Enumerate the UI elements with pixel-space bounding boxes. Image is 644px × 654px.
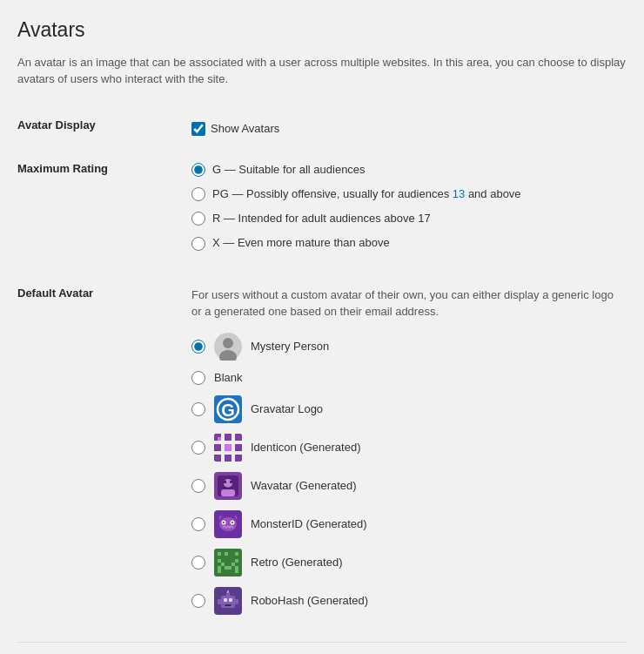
svg-rect-14 bbox=[214, 455, 221, 462]
avatar-gravatar-option: G Gravatar Logo bbox=[191, 395, 627, 423]
wavatar-icon bbox=[214, 472, 242, 500]
svg-rect-13 bbox=[225, 444, 231, 451]
svg-rect-12 bbox=[218, 437, 221, 441]
gravatar-logo-icon: G bbox=[214, 395, 242, 423]
svg-rect-38 bbox=[225, 566, 228, 570]
rating-r-radio[interactable] bbox=[191, 212, 205, 226]
svg-rect-21 bbox=[224, 481, 226, 483]
avatar-monsterid-label: MonsterID (Generated) bbox=[251, 517, 367, 530]
svg-rect-16 bbox=[235, 455, 242, 462]
avatar-display-label: Avatar Display bbox=[17, 105, 191, 149]
svg-rect-49 bbox=[227, 590, 229, 593]
rating-x-option: X — Even more mature than above bbox=[191, 235, 627, 251]
maximum-rating-row: Maximum Rating G — Suitable for all audi… bbox=[17, 149, 627, 273]
svg-rect-35 bbox=[221, 563, 225, 566]
avatar-display-row: Avatar Display Show Avatars bbox=[17, 105, 627, 149]
svg-rect-47 bbox=[225, 604, 231, 606]
rating-pg-option: PG — Possibly offensive, usually for aud… bbox=[191, 186, 627, 202]
default-avatar-cell: For users without a custom avatar of the… bbox=[191, 273, 627, 638]
mystery-person-icon bbox=[214, 333, 242, 361]
avatar-blank-radio[interactable] bbox=[191, 371, 205, 385]
avatar-retro-radio[interactable] bbox=[191, 556, 205, 570]
show-avatars-wrap: Show Avatars bbox=[191, 122, 627, 136]
avatar-identicon-radio[interactable] bbox=[191, 441, 205, 455]
avatar-mystery-radio[interactable] bbox=[191, 340, 205, 354]
rating-x-radio[interactable] bbox=[191, 237, 205, 251]
rating-pg-radio[interactable] bbox=[191, 187, 205, 201]
avatar-display-cell: Show Avatars bbox=[191, 105, 627, 149]
svg-rect-37 bbox=[218, 566, 221, 570]
svg-point-1 bbox=[223, 338, 233, 348]
avatar-gravatar-radio[interactable] bbox=[191, 402, 205, 416]
avatar-monsterid-option: MonsterID (Generated) bbox=[191, 510, 627, 538]
default-avatar-description: For users without a custom avatar of the… bbox=[191, 287, 627, 320]
svg-rect-45 bbox=[224, 598, 227, 602]
avatar-robohash-option: RoboHash (Generated) bbox=[191, 587, 627, 615]
avatar-identicon-label: Identicon (Generated) bbox=[251, 441, 360, 454]
form-divider bbox=[17, 642, 627, 643]
avatar-mystery-label: Mystery Person bbox=[251, 340, 329, 353]
page-title: Avatars bbox=[17, 17, 627, 44]
svg-rect-36 bbox=[231, 563, 235, 566]
svg-rect-34 bbox=[235, 559, 238, 563]
svg-point-28 bbox=[231, 522, 233, 523]
svg-rect-15 bbox=[225, 455, 231, 462]
default-avatar-label: Default Avatar bbox=[17, 273, 191, 638]
svg-rect-33 bbox=[218, 559, 221, 563]
settings-table: Avatar Display Show Avatars Maximum Rati… bbox=[17, 105, 627, 638]
svg-rect-20 bbox=[221, 489, 235, 496]
identicon-icon bbox=[214, 434, 242, 462]
svg-rect-51 bbox=[235, 599, 238, 604]
svg-rect-32 bbox=[235, 552, 238, 556]
svg-rect-40 bbox=[235, 566, 238, 570]
avatar-robohash-radio[interactable] bbox=[191, 594, 205, 608]
avatar-retro-option: Retro (Generated) bbox=[191, 549, 627, 576]
svg-rect-41 bbox=[218, 570, 221, 573]
show-avatars-checkbox[interactable] bbox=[191, 122, 205, 136]
svg-rect-39 bbox=[228, 566, 231, 570]
page-wrap: Avatars An avatar is an image that can b… bbox=[0, 0, 644, 654]
maximum-rating-label: Maximum Rating bbox=[17, 149, 191, 273]
avatar-wavatar-radio[interactable] bbox=[191, 479, 205, 493]
svg-rect-31 bbox=[225, 552, 228, 556]
retro-icon bbox=[214, 549, 242, 576]
avatar-mystery-option: Mystery Person bbox=[191, 333, 627, 361]
svg-point-27 bbox=[223, 522, 225, 523]
rating-x-label: X — Even more mature than above bbox=[212, 235, 390, 251]
avatar-retro-label: Retro (Generated) bbox=[251, 556, 343, 569]
robohash-icon bbox=[214, 587, 242, 615]
svg-rect-10 bbox=[214, 444, 221, 451]
avatar-wavatar-option: Wavatar (Generated) bbox=[191, 472, 627, 500]
svg-text:G: G bbox=[221, 401, 235, 420]
rating-g-radio[interactable] bbox=[191, 163, 205, 177]
avatar-identicon-option: Identicon (Generated) bbox=[191, 434, 627, 462]
svg-rect-11 bbox=[235, 444, 242, 451]
monsterid-icon bbox=[214, 510, 242, 538]
svg-rect-50 bbox=[218, 599, 221, 604]
show-avatars-checkbox-label: Show Avatars bbox=[211, 122, 279, 135]
rating-r-option: R — Intended for adult audiences above 1… bbox=[191, 211, 627, 226]
svg-rect-30 bbox=[218, 552, 221, 556]
rating-g-label: G — Suitable for all audiences bbox=[212, 162, 366, 178]
svg-rect-8 bbox=[225, 434, 231, 441]
maximum-rating-cell: G — Suitable for all audiences PG — Poss… bbox=[191, 149, 627, 273]
svg-point-24 bbox=[219, 517, 237, 531]
rating-r-label: R — Intended for adult audiences above 1… bbox=[212, 211, 431, 226]
svg-rect-46 bbox=[229, 598, 232, 602]
avatar-wavatar-label: Wavatar (Generated) bbox=[251, 479, 357, 492]
svg-rect-22 bbox=[230, 481, 232, 483]
avatar-robohash-label: RoboHash (Generated) bbox=[251, 594, 368, 607]
avatar-gravatar-label: Gravatar Logo bbox=[251, 402, 323, 415]
svg-rect-42 bbox=[235, 570, 238, 573]
page-description: An avatar is an image that can be associ… bbox=[17, 54, 627, 88]
default-avatar-row: Default Avatar For users without a custo… bbox=[17, 273, 627, 638]
avatar-blank-label: Blank bbox=[214, 371, 243, 384]
rating-pg-highlight: 13 bbox=[453, 187, 465, 200]
rating-g-option: G — Suitable for all audiences bbox=[191, 162, 627, 178]
avatar-blank-option: Blank bbox=[191, 371, 627, 385]
avatar-monsterid-radio[interactable] bbox=[191, 517, 205, 531]
rating-pg-label: PG — Possibly offensive, usually for aud… bbox=[212, 186, 521, 202]
svg-rect-9 bbox=[235, 434, 242, 441]
